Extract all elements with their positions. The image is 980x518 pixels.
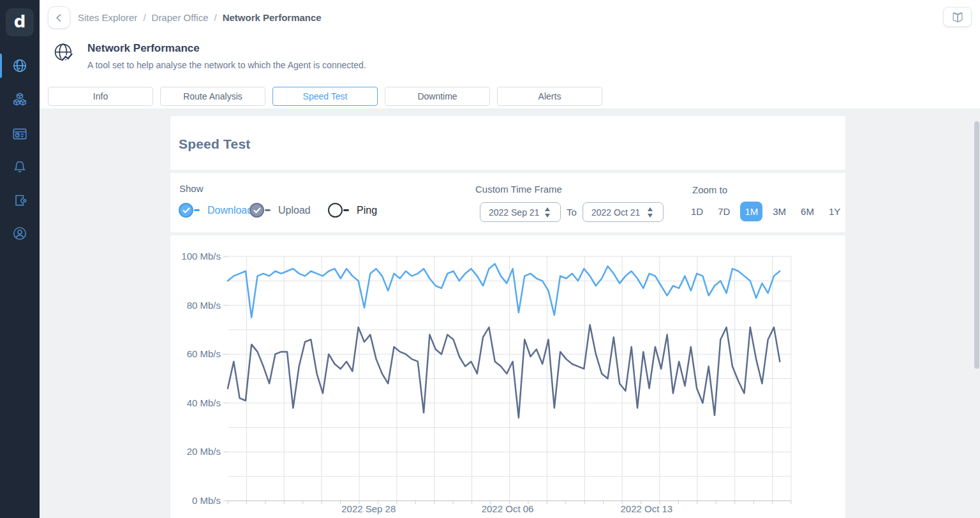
cubes-icon — [11, 91, 28, 108]
breadcrumb-separator: / — [214, 12, 216, 23]
sidebar-item-network-performance[interactable] — [0, 54, 40, 78]
breadcrumb-current-page: Network Performance — [223, 12, 322, 23]
tab-info[interactable]: Info — [48, 87, 153, 106]
breadcrumb-draper-office[interactable]: Draper Office — [152, 12, 209, 23]
to-date-value[interactable] — [591, 207, 644, 218]
sidebar-item-integrations[interactable] — [0, 188, 40, 212]
breadcrumb: Sites Explorer / Draper Office / Network… — [78, 12, 322, 23]
download-series-dash — [194, 209, 200, 211]
sidebar-item-devices[interactable] — [0, 87, 40, 112]
from-date-input[interactable] — [480, 202, 561, 222]
speed-test-line-chart[interactable]: 0 Mb/s20 Mb/s40 Mb/s60 Mb/s80 Mb/s100 Mb… — [170, 235, 845, 518]
ping-checkbox[interactable] — [328, 203, 343, 218]
to-date-stepper[interactable] — [648, 207, 653, 218]
show-label: Show — [179, 183, 204, 194]
download-toggle-label: Download — [207, 205, 253, 216]
zoom-option-3m[interactable]: 3M — [768, 202, 791, 221]
page-title: Network Performance — [87, 42, 200, 55]
speed-test-chart-panel: 0 Mb/s20 Mb/s40 Mb/s60 Mb/s80 Mb/s100 Mb… — [170, 235, 845, 518]
ping-toggle[interactable]: Ping — [328, 203, 377, 218]
card-title: Speed Test — [179, 137, 250, 152]
stepper-down-icon[interactable] — [648, 214, 653, 218]
custom-time-frame-label: Custom Time Frame — [475, 184, 562, 195]
upload-toggle-label: Upload — [278, 205, 311, 216]
tab-bar: Info Route Analysis Speed Test Downtime … — [48, 87, 602, 106]
svg-text:100 Mb/s: 100 Mb/s — [181, 251, 221, 262]
svg-text:60 Mb/s: 60 Mb/s — [187, 348, 221, 359]
network-performance-globe-icon — [52, 41, 76, 68]
upload-series-dash — [265, 209, 271, 211]
active-indicator — [0, 54, 2, 78]
svg-text:0 Mb/s: 0 Mb/s — [192, 495, 221, 506]
zoom-option-1y[interactable]: 1Y — [824, 202, 845, 221]
download-checkbox[interactable] — [179, 203, 193, 218]
tab-downtime[interactable]: Downtime — [385, 87, 490, 106]
dashboard-window-icon — [11, 126, 28, 142]
breadcrumb-sites-explorer[interactable]: Sites Explorer — [78, 12, 137, 23]
user-circle-icon — [11, 225, 28, 242]
svg-text:20 Mb/s: 20 Mb/s — [187, 446, 221, 457]
from-date-value[interactable] — [489, 207, 541, 218]
stepper-up-icon[interactable] — [648, 207, 653, 211]
ping-toggle-label: Ping — [357, 205, 377, 216]
from-date-stepper[interactable] — [545, 207, 550, 218]
sidebar-item-account[interactable] — [0, 221, 40, 246]
stepper-up-icon[interactable] — [545, 207, 550, 211]
download-toggle[interactable]: Download — [179, 203, 253, 218]
upload-toggle[interactable]: Upload — [249, 203, 311, 218]
svg-text:80 Mb/s: 80 Mb/s — [187, 300, 221, 311]
stepper-down-icon[interactable] — [545, 214, 550, 218]
zoom-option-7d[interactable]: 7D — [713, 202, 734, 221]
zoom-to-label: Zoom to — [692, 184, 727, 195]
to-label: To — [567, 207, 577, 218]
app-logo-letter: d — [14, 13, 26, 31]
to-date-input[interactable] — [583, 202, 664, 222]
sidebar: d — [0, 0, 40, 518]
tab-speed-test[interactable]: Speed Test — [272, 87, 378, 106]
globe-network-icon — [11, 57, 28, 74]
svg-text:2022 Sep 28: 2022 Sep 28 — [341, 503, 396, 514]
page-subtitle: A tool set to help analyse the network t… — [87, 60, 366, 70]
chevron-left-icon — [54, 13, 64, 23]
documentation-button[interactable] — [943, 7, 972, 27]
tab-route-analysis[interactable]: Route Analysis — [160, 87, 265, 106]
speed-test-controls: Show Download Upload Ping Custom Time Fr… — [170, 173, 845, 232]
back-button[interactable] — [48, 6, 70, 29]
svg-text:40 Mb/s: 40 Mb/s — [187, 397, 221, 408]
puzzle-icon — [11, 191, 28, 208]
ping-series-dash — [343, 209, 349, 211]
bell-icon — [11, 158, 28, 174]
svg-text:2022 Oct 06: 2022 Oct 06 — [482, 503, 534, 514]
vertical-scrollbar[interactable] — [974, 121, 979, 369]
book-icon — [951, 10, 965, 24]
zoom-options: 1D 7D 1M 3M 6M 1Y — [687, 202, 850, 221]
zoom-option-1d[interactable]: 1D — [687, 202, 708, 221]
breadcrumb-separator: / — [143, 12, 145, 23]
app-logo[interactable]: d — [6, 8, 34, 36]
zoom-option-6m[interactable]: 6M — [796, 202, 819, 221]
sidebar-item-alerts[interactable] — [0, 154, 40, 178]
check-icon — [253, 207, 261, 214]
upload-checkbox[interactable] — [249, 203, 264, 218]
sidebar-item-dashboard[interactable] — [0, 122, 40, 146]
zoom-option-1m[interactable]: 1M — [740, 202, 762, 221]
svg-text:2022 Oct 13: 2022 Oct 13 — [620, 503, 672, 514]
check-icon — [182, 207, 190, 214]
page-head-icon — [52, 41, 76, 70]
speed-test-card-header: Speed Test — [170, 116, 845, 170]
tab-alerts[interactable]: Alerts — [497, 87, 602, 106]
